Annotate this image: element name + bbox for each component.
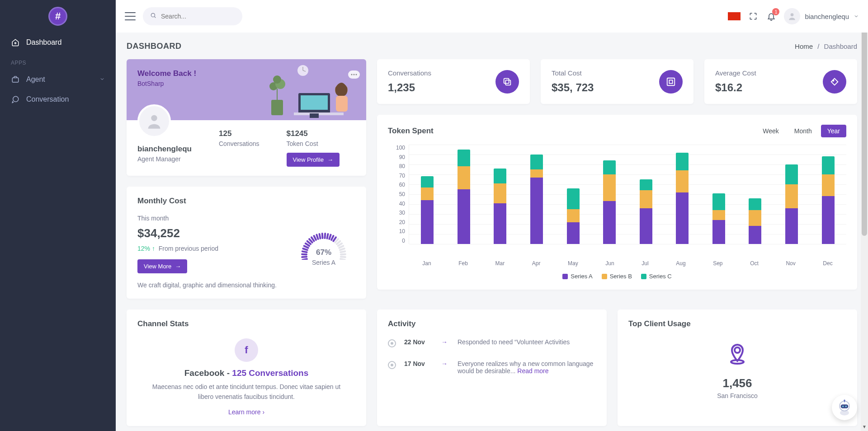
stat-value: $35, 723 [552,81,659,94]
chart-tab[interactable]: Week [756,125,785,137]
svg-rect-10 [336,96,348,112]
x-tick: Aug [676,260,685,267]
svg-line-43 [333,237,336,241]
username-label: bianchenglequ [805,13,849,20]
y-tick: 20 [399,219,405,225]
arrow-right-icon: → [327,156,333,163]
chat-bot-button[interactable] [832,395,857,420]
logo[interactable]: # [0,0,116,33]
stat-card: Conversations 1,235 [377,59,530,104]
chart-bar[interactable] [530,155,543,244]
x-tick: Jun [605,260,614,267]
profile-name: bianchenglequ [137,145,210,154]
chart-bar[interactable] [712,193,725,244]
y-tick: 0 [402,238,405,244]
chart-title: Token Spent [388,126,434,136]
notifications-icon[interactable]: 1 [766,11,777,22]
chart-bar[interactable] [494,169,506,244]
x-tick: Jul [642,260,648,267]
svg-point-20 [351,74,353,75]
monthly-cost-card: Monthly Cost This month $34,252 12% ↑ Fr… [127,187,366,299]
svg-line-30 [304,246,308,248]
svg-line-39 [325,234,326,238]
chart-bar[interactable] [676,153,689,244]
svg-rect-6 [301,95,328,110]
stat-icon [823,70,846,94]
channel-title: Channel Stats [137,319,355,328]
user-menu[interactable]: bianchenglequ [784,8,859,24]
profile-avatar-icon [137,104,171,138]
x-tick: Oct [750,260,759,267]
chart-tab[interactable]: Month [788,125,818,137]
y-tick: 70 [399,173,405,179]
y-tick: 100 [396,145,405,151]
scroll-down-icon[interactable]: ▼ [861,423,868,430]
fullscreen-icon[interactable] [748,11,759,22]
svg-line-46 [338,244,342,246]
chevron-down-icon [854,13,859,20]
y-tick: 30 [399,210,405,216]
learn-more-link[interactable]: Learn more › [228,408,264,416]
chart-bar[interactable] [567,188,580,244]
sidebar-item-label: Agent [26,75,45,84]
scrollbar[interactable]: ▼ [861,0,868,431]
svg-line-32 [307,241,311,244]
activity-text: Responded to need “Volunteer Activities [458,338,596,347]
language-flag[interactable] [728,12,741,20]
stat-tokencost-label: Token Cost [287,140,340,147]
svg-point-64 [842,406,844,407]
sidebar-item-dashboard[interactable]: Dashboard [0,33,116,52]
sidebar-item-agent[interactable]: Agent [0,70,116,89]
chart-bar[interactable] [640,179,652,244]
chart-bar[interactable] [785,164,798,244]
legend-item: Series A [562,273,592,280]
topclient-city: San Francisco [628,392,846,399]
svg-line-45 [337,241,340,244]
activity-date: 17 Nov [404,360,431,375]
x-tick: Nov [786,260,795,267]
svg-line-35 [314,236,316,240]
topclient-title: Top Client Usage [628,319,846,328]
chart-bar[interactable] [749,198,761,244]
topclient-value: 1,456 [628,376,846,390]
stat-tokencost-value: $1245 [287,129,340,138]
chat-icon [11,95,20,104]
svg-line-36 [316,235,318,239]
view-more-button[interactable]: View More → [137,259,187,273]
svg-point-0 [15,42,16,44]
y-tick: 50 [399,191,405,197]
search-input[interactable] [161,13,235,20]
stat-label: Average Cost [715,69,823,77]
scrollbar-thumb[interactable] [862,1,867,236]
svg-rect-8 [310,113,319,118]
activity-link[interactable]: Read more [517,367,548,375]
activity-text: Everyone realizes why a new common langu… [458,360,596,375]
chart-bar[interactable] [822,156,835,244]
svg-rect-56 [667,78,675,85]
search-box[interactable] [143,7,242,25]
activity-title: Activity [388,319,596,328]
arrow-right-icon: → [175,263,181,270]
monthly-pct-caption: From previous period [159,245,218,252]
svg-line-34 [311,237,314,241]
chevron-down-icon [99,75,105,84]
svg-rect-57 [669,80,672,83]
hash-icon: # [48,7,67,26]
chart-bar[interactable] [603,160,616,244]
channel-count: 125 Conversations [232,368,308,378]
svg-rect-63 [841,404,849,408]
menu-toggle-icon[interactable] [125,12,136,20]
y-tick: 80 [399,163,405,169]
stat-icon [659,70,683,94]
breadcrumb-home[interactable]: Home [795,42,813,50]
chart-tab[interactable]: Year [821,125,846,137]
svg-line-40 [327,234,328,239]
sidebar-item-conversation[interactable]: Conversation [0,89,116,109]
stat-value: $16.2 [715,81,823,94]
monthly-title: Monthly Cost [137,197,355,206]
sidebar-section-label: APPS [0,52,116,70]
view-profile-button[interactable]: View Profile → [287,153,340,167]
chart-bar[interactable] [458,150,470,244]
chart-bar[interactable] [421,176,434,244]
svg-point-58 [833,80,834,81]
